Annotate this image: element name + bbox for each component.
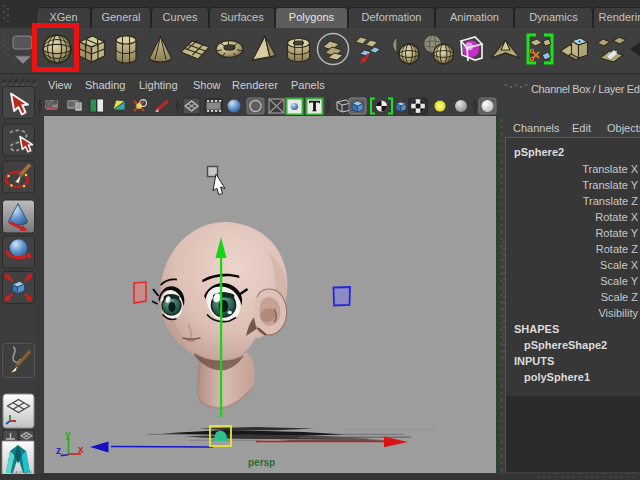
svg-text:z: z [56,445,61,456]
svg-text:persp: persp [248,457,275,468]
